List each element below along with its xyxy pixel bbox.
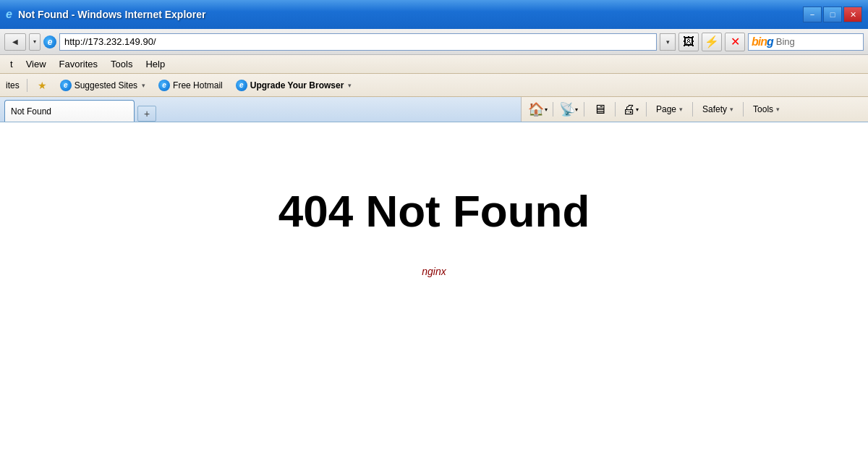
error-heading: 404 Not Found bbox=[278, 185, 590, 237]
tab-label: Not Found bbox=[11, 106, 51, 117]
ie-icon-hotmail: e bbox=[158, 80, 170, 91]
broken-image-icon: 🖼 bbox=[683, 35, 694, 48]
stop-button[interactable]: ✕ bbox=[725, 33, 745, 51]
favorites-bar: ites ★ e Suggested Sites ▾ e Free Hotmai… bbox=[0, 74, 868, 97]
title-bar: e Not Found - Windows Internet Explorer … bbox=[0, 0, 868, 29]
minimize-button[interactable]: − bbox=[803, 7, 822, 22]
suggested-sites-dropdown-icon: ▾ bbox=[142, 82, 145, 89]
page-content: 404 Not Found nginx bbox=[0, 122, 868, 339]
cmd-sep-6 bbox=[743, 102, 744, 117]
cmd-sep-1 bbox=[553, 102, 553, 117]
window-controls: − □ ✕ bbox=[803, 7, 862, 22]
bing-logo: bing bbox=[752, 35, 773, 48]
browser-icon: e bbox=[6, 8, 12, 21]
back-button[interactable]: ◀ bbox=[4, 33, 26, 51]
error-footer: nginx bbox=[422, 266, 446, 277]
rss-button[interactable]: 📡 ▾ bbox=[558, 100, 579, 119]
address-bar-area: ◀ ▾ e ▾ 🖼 ⚡ ✕ bing Bing bbox=[0, 29, 868, 55]
upgrade-browser-dropdown-icon: ▾ bbox=[348, 82, 352, 89]
menu-item-tools[interactable]: Tools bbox=[105, 57, 138, 71]
close-button[interactable]: ✕ bbox=[843, 7, 862, 22]
suggested-sites-label: Suggested Sites bbox=[75, 80, 137, 90]
menu-item-file[interactable]: t bbox=[4, 57, 19, 71]
command-bar: 🏠 ▾ 📡 ▾ 🖥 🖨 ▾ Page ▾ Safety ▾ Tools ▾ bbox=[521, 97, 868, 122]
maximize-button[interactable]: □ bbox=[823, 7, 842, 22]
cmd-sep-5 bbox=[692, 102, 693, 117]
upgrade-browser-label: Upgrade Your Browser bbox=[250, 80, 344, 90]
tools-button[interactable]: Tools ▾ bbox=[749, 100, 784, 119]
favorites-label: ites bbox=[6, 80, 20, 90]
page-label: Page bbox=[656, 104, 676, 114]
tab-command-row: Not Found + 🏠 ▾ 📡 ▾ 🖥 🖨 ▾ Page ▾ Safety … bbox=[0, 97, 868, 122]
ie-icon-suggested: e bbox=[60, 80, 72, 91]
rss-dropdown-icon: ▾ bbox=[575, 106, 578, 113]
feed-icon: ⚡ bbox=[705, 35, 719, 48]
ie-icon-upgrade: e bbox=[236, 80, 247, 91]
favorites-star-button[interactable]: ★ bbox=[35, 78, 50, 93]
safety-label: Safety bbox=[702, 104, 727, 114]
search-box[interactable]: bing Bing bbox=[748, 33, 864, 51]
address-dropdown-button[interactable]: ▾ bbox=[660, 33, 676, 51]
address-input[interactable] bbox=[59, 33, 657, 51]
star-icon: ★ bbox=[38, 80, 47, 91]
view-button[interactable]: 🖥 bbox=[590, 100, 610, 119]
page-dropdown-icon: ▾ bbox=[679, 106, 683, 113]
menu-bar: t View Favorites Tools Help bbox=[0, 55, 868, 74]
favorites-upgrade-browser[interactable]: e Upgrade Your Browser ▾ bbox=[233, 78, 355, 93]
safety-button[interactable]: Safety ▾ bbox=[698, 100, 738, 119]
favorites-free-hotmail[interactable]: e Free Hotmail bbox=[156, 78, 226, 93]
tools-label: Tools bbox=[753, 104, 773, 114]
menu-item-help[interactable]: Help bbox=[140, 57, 171, 71]
favorites-suggested-sites[interactable]: e Suggested Sites ▾ bbox=[57, 78, 148, 93]
print-dropdown-icon: ▾ bbox=[636, 106, 639, 113]
print-button[interactable]: 🖨 ▾ bbox=[621, 100, 641, 119]
cmd-sep-3 bbox=[615, 102, 616, 117]
feed-button[interactable]: ⚡ bbox=[702, 33, 722, 51]
ie-logo-small: e bbox=[43, 35, 56, 48]
window-title: Not Found - Windows Internet Explorer bbox=[18, 9, 803, 20]
tab-bar: Not Found + bbox=[0, 97, 521, 122]
cmd-sep-2 bbox=[584, 102, 584, 117]
cmd-sep-4 bbox=[646, 102, 647, 117]
tab-not-found[interactable]: Not Found bbox=[4, 100, 135, 122]
new-tab-button[interactable]: + bbox=[137, 106, 156, 122]
favorites-divider bbox=[27, 79, 27, 92]
back-dropdown-button[interactable]: ▾ bbox=[29, 33, 41, 51]
free-hotmail-label: Free Hotmail bbox=[173, 80, 223, 90]
menu-item-view[interactable]: View bbox=[20, 57, 52, 71]
page-button[interactable]: Page ▾ bbox=[652, 100, 687, 119]
safety-dropdown-icon: ▾ bbox=[730, 106, 733, 113]
home-button[interactable]: 🏠 ▾ bbox=[527, 100, 548, 119]
tools-dropdown-icon: ▾ bbox=[776, 106, 780, 113]
menu-item-favorites[interactable]: Favorites bbox=[54, 57, 103, 71]
search-text: Bing bbox=[776, 36, 795, 47]
refresh-button[interactable]: 🖼 bbox=[678, 33, 699, 51]
home-dropdown-icon: ▾ bbox=[545, 106, 548, 113]
